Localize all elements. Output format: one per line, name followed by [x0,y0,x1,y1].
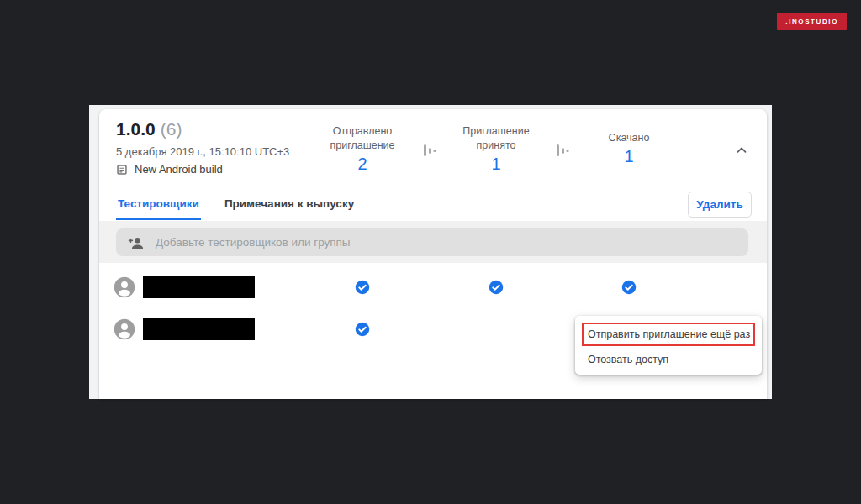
stat-divider-icon [556,143,569,158]
invite-accepted-check-icon [489,280,504,295]
stat-value: 1 [624,147,633,166]
collapse-release-button[interactable] [731,139,753,161]
stat-label: Скачано [609,131,650,145]
tab-testers[interactable]: Тестировщики [116,194,201,220]
chevron-up-icon [734,143,749,158]
add-testers-placeholder: Добавьте тестировщиков или группы [156,236,351,249]
redacted-tester-name [143,276,255,298]
person-add-icon [128,236,145,249]
build-number: (6) [161,119,182,139]
tester-context-menu: Отправить приглашение ещё раз Отозвать д… [575,316,762,375]
stat-label: Приглашение [462,124,529,139]
redacted-tester-name [143,318,255,340]
build-note-label: New Android build [135,163,223,176]
release-tabs: Тестировщики Примечания к выпуску [116,194,356,220]
stat-value: 1 [491,155,500,174]
console-page-background: 1.0.0(6) 5 декабря 2019 г., 15:10:10 UTC… [89,105,772,399]
stat-downloaded: Скачано 1 [570,123,688,175]
release-card: 1.0.0(6) 5 декабря 2019 г., 15:10:10 UTC… [99,109,767,399]
menu-item-revoke-access[interactable]: Отозвать доступ [582,346,755,368]
tester-avatar-icon [113,318,136,341]
release-version-title: 1.0.0(6) [116,119,182,139]
release-notes-icon [116,164,128,176]
add-testers-bar: Добавьте тестировщиков или группы [99,221,767,263]
stat-invites-accepted: Приглашение принято 1 [437,123,555,175]
version-number: 1.0.0 [116,119,156,139]
stat-label: приглашение [330,139,394,153]
inostudio-logo: .INOSTUDIO [777,13,847,30]
screen: .INOSTUDIO 1.0.0(6) 5 декабря 2019 г., 1… [0,0,861,504]
add-testers-input[interactable]: Добавьте тестировщиков или группы [116,228,748,256]
stat-label: Отправлено [333,124,393,139]
stat-invites-sent: Отправлено приглашение 2 [304,123,421,175]
tester-row [99,266,767,308]
menu-item-resend-invite[interactable]: Отправить приглашение ещё раз [582,323,755,346]
tab-release-notes[interactable]: Примечания к выпуску [223,194,356,220]
build-note-row: New Android build [116,163,223,176]
delete-release-button[interactable]: Удалить [688,192,752,218]
release-date: 5 декабря 2019 г., 15:10:10 UTC+3 [116,145,289,158]
invite-sent-check-icon [355,280,370,295]
stat-value: 2 [357,155,367,174]
stat-divider-icon [423,143,436,158]
stat-label: принято [477,139,516,153]
tester-avatar-icon [113,276,136,299]
invite-sent-check-icon [355,322,370,337]
downloaded-check-icon [621,280,637,295]
